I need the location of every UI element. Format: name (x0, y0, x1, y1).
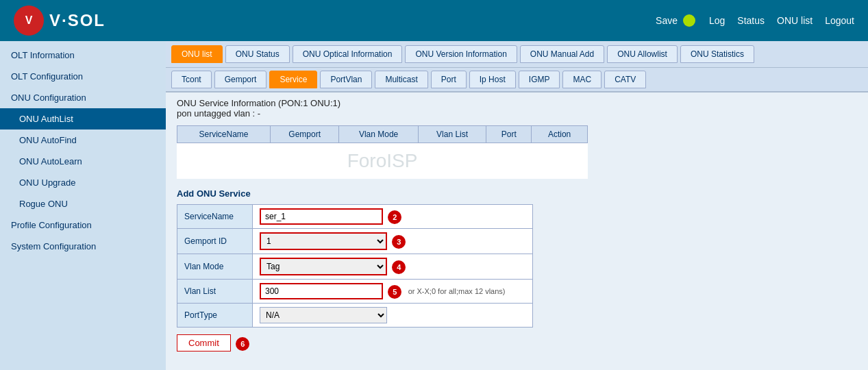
status-dot-icon (683, 14, 695, 27)
tab-catv[interactable]: CATV (604, 71, 646, 88)
label-servicename: ServiceName (177, 205, 253, 229)
status-link[interactable]: Status (737, 15, 765, 26)
watermark-text: ForoISP (177, 143, 588, 180)
top-header: V V·SOL Save Log Status ONU list Logout (0, 0, 868, 41)
add-title: Add ONU Service (177, 188, 857, 199)
select-porttype[interactable]: N/A Internet VOIP Other (260, 307, 387, 323)
tab-tcont[interactable]: Tcont (171, 71, 212, 88)
sidebar-item-onu-autofind[interactable]: ONU AutoFind (0, 130, 166, 151)
cell-gemportid: 1 2 3 4 3 (253, 229, 533, 254)
sidebar-item-olt-config[interactable]: OLT Configuration (0, 66, 166, 87)
label-vlanmode: Vlan Mode (177, 254, 253, 280)
tab-row-2: Tcont Gemport Service PortVlan Multicast… (166, 68, 868, 92)
select-gemportid[interactable]: 1 2 3 4 (260, 232, 387, 250)
tab-onu-version[interactable]: ONU Version Information (405, 45, 517, 63)
select-vlanmode[interactable]: Tag Transparent Translate (260, 258, 387, 275)
tab-multicast[interactable]: Multicast (375, 71, 427, 88)
badge-5: 5 (388, 285, 401, 299)
tab-onu-status[interactable]: ONU Status (225, 45, 290, 63)
cell-vlanmode: Tag Transparent Translate 4 (253, 254, 533, 280)
service-table: ServiceName Gemport Vlan Mode Vlan List … (177, 125, 588, 179)
cell-vlanlist: 5 or X-X;0 for all;max 12 vlans) (253, 280, 533, 304)
commit-button[interactable]: Commit (177, 334, 231, 352)
logout-link[interactable]: Logout (825, 15, 854, 26)
form-row-vlanlist: Vlan List 5 or X-X;0 for all;max 12 vlan… (177, 280, 533, 304)
onu-vlan-info: pon untagged vlan : - (177, 108, 857, 119)
vsol-logo-icon: V (14, 5, 44, 36)
vlan-value: - (258, 108, 260, 119)
tab-onu-list[interactable]: ONU list (171, 45, 223, 63)
label-vlanlist: Vlan List (177, 280, 253, 304)
label-gemportid: Gemport ID (177, 229, 253, 254)
logo-area: V V·SOL (14, 5, 106, 36)
sidebar-item-rogue-onu[interactable]: Rogue ONU (0, 193, 166, 214)
content-area: ONU list ONU Status ONU Optical Informat… (166, 41, 868, 370)
badge-6: 6 (236, 337, 249, 351)
save-area: Save (656, 14, 695, 27)
form-row-porttype: PortType N/A Internet VOIP Other (177, 304, 533, 328)
tab-onu-statistics[interactable]: ONU Statistics (680, 45, 754, 63)
sidebar-item-olt-info[interactable]: OLT Information (0, 45, 166, 66)
cell-porttype: N/A Internet VOIP Other (253, 304, 533, 328)
add-section: Add ONU Service ServiceName 2 Gemport ID (166, 183, 868, 357)
tab-onu-manual-add[interactable]: ONU Manual Add (520, 45, 604, 63)
tab-onu-optical[interactable]: ONU Optical Information (293, 45, 403, 63)
input-vlanlist[interactable] (260, 283, 383, 299)
onu-list-link[interactable]: ONU list (777, 15, 813, 26)
form-row-vlanmode: Vlan Mode Tag Transparent Translate 4 (177, 254, 533, 280)
vlanlist-hint: or X-X;0 for all;max 12 vlans) (404, 287, 506, 295)
tab-ip-host[interactable]: Ip Host (469, 71, 516, 88)
sidebar: OLT Information OLT Configuration ONU Co… (0, 41, 166, 370)
col-port: Port (486, 126, 532, 143)
onu-info: ONU Service Information (PON:1 ONU:1) po… (166, 92, 868, 121)
col-gemport: Gemport (270, 126, 338, 143)
sidebar-item-onu-upgrade[interactable]: ONU Upgrade (0, 172, 166, 193)
tab-gemport[interactable]: Gemport (214, 71, 267, 88)
badge-3: 3 (392, 235, 406, 249)
badge-4: 4 (392, 260, 406, 274)
sidebar-item-onu-autolearn[interactable]: ONU AutoLearn (0, 151, 166, 172)
onu-title: ONU Service Information (PON:1 ONU:1) (177, 98, 857, 108)
form-row-servicename: ServiceName 2 (177, 205, 533, 229)
col-vlan-mode: Vlan Mode (339, 126, 418, 143)
col-action: Action (532, 126, 588, 143)
cell-servicename: 2 (253, 205, 533, 229)
sidebar-item-system-config[interactable]: System Configuration (0, 236, 166, 257)
tab-mac[interactable]: MAC (562, 71, 602, 88)
header-right: Save Log Status ONU list Logout (656, 14, 854, 27)
badge-2: 2 (388, 210, 401, 224)
vlan-label: pon untagged vlan : (177, 108, 255, 119)
sidebar-item-profile-config[interactable]: Profile Configuration (0, 214, 166, 236)
tab-igmp[interactable]: IGMP (519, 71, 560, 88)
commit-area: Commit 6 (177, 332, 857, 352)
tab-onu-allowlist[interactable]: ONU Allowlist (607, 45, 678, 63)
tab-port[interactable]: Port (431, 71, 467, 88)
col-vlan-list: Vlan List (418, 126, 486, 143)
sidebar-item-onu-authlist[interactable]: ONU AuthList (0, 108, 166, 130)
form-row-gemportid: Gemport ID 1 2 3 4 3 (177, 229, 533, 254)
tab-portvlan[interactable]: PortVlan (320, 71, 372, 88)
sidebar-item-onu-config[interactable]: ONU Configuration (0, 87, 166, 108)
header-links: Log Status ONU list Logout (709, 15, 854, 26)
save-label: Save (656, 15, 678, 26)
input-servicename[interactable] (260, 208, 383, 225)
add-form-table: ServiceName 2 Gemport ID 1 2 (177, 204, 533, 328)
tab-row-1: ONU list ONU Status ONU Optical Informat… (166, 41, 868, 68)
col-service-name: ServiceName (177, 126, 271, 143)
log-link[interactable]: Log (709, 15, 725, 26)
tab-service[interactable]: Service (269, 71, 317, 88)
label-porttype: PortType (177, 304, 253, 328)
main-layout: OLT Information OLT Configuration ONU Co… (0, 41, 868, 370)
table-section: ServiceName Gemport Vlan Mode Vlan List … (166, 121, 868, 183)
brand-name: V·SOL (49, 11, 106, 30)
